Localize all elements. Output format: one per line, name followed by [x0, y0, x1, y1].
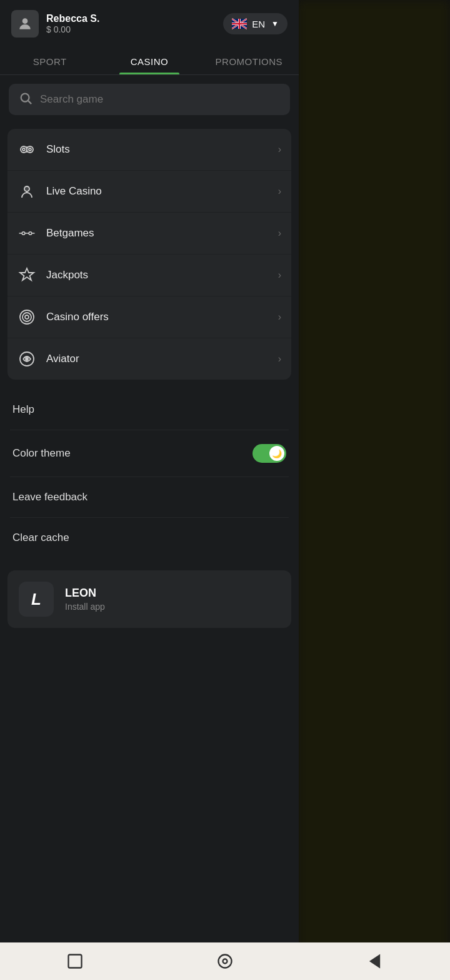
leave-feedback-label: Leave feedback: [12, 491, 88, 503]
aviator-chevron: ›: [278, 353, 281, 365]
menu-item-casino-offers[interactable]: Casino offers ›: [8, 296, 291, 338]
moon-icon: 🌙: [272, 449, 282, 458]
nav-home-button[interactable]: [212, 949, 238, 974]
svg-point-12: [22, 232, 25, 235]
bottom-nav-bar: [0, 942, 450, 980]
svg-rect-10: [24, 186, 29, 191]
balance: $ 0.00: [46, 24, 99, 34]
casino-offers-icon: [18, 308, 36, 326]
slots-icon: [18, 140, 36, 159]
install-app-banner[interactable]: L LEON Install app: [8, 570, 291, 628]
menu-item-aviator[interactable]: Aviator ›: [8, 338, 291, 380]
menu-item-slots[interactable]: Slots ›: [8, 129, 291, 171]
menu-section: Slots › Live Casino ›: [8, 129, 291, 380]
help-label: Help: [12, 403, 34, 416]
header: Rebecca S. $ 0.00 EN ▼: [0, 0, 299, 48]
app-name: LEON: [65, 587, 105, 600]
nav-back-button[interactable]: [362, 949, 388, 974]
tab-casino[interactable]: CASINO: [99, 48, 199, 74]
jackpots-icon: [18, 266, 36, 285]
search-input[interactable]: [40, 93, 280, 106]
jackpots-label: Jackpots: [46, 269, 88, 281]
svg-marker-16: [20, 268, 34, 280]
slots-chevron: ›: [278, 144, 281, 155]
svg-marker-25: [371, 956, 379, 967]
casino-offers-label: Casino offers: [46, 311, 109, 323]
clear-cache-item[interactable]: Clear cache: [10, 518, 289, 558]
search-container: [0, 75, 299, 124]
clear-cache-label: Clear cache: [12, 532, 69, 544]
search-icon: [19, 91, 32, 108]
color-theme-item[interactable]: Color theme 🌙: [10, 430, 289, 477]
svg-point-0: [22, 18, 28, 24]
language-selector[interactable]: EN ▼: [223, 13, 288, 34]
svg-point-2: [21, 94, 29, 102]
help-item[interactable]: Help: [10, 390, 289, 430]
live-casino-label: Live Casino: [46, 185, 102, 198]
menu-item-live-casino[interactable]: Live Casino ›: [8, 171, 291, 213]
leon-logo: L: [19, 582, 54, 617]
svg-point-21: [26, 358, 28, 360]
chevron-down-icon: ▼: [271, 19, 279, 28]
svg-rect-22: [69, 955, 82, 968]
svg-line-3: [28, 101, 31, 104]
search-box: [9, 84, 290, 115]
betgames-icon: [18, 224, 36, 243]
menu-item-betgames[interactable]: Betgames ›: [8, 213, 291, 255]
color-theme-toggle[interactable]: 🌙: [252, 444, 286, 463]
user-text: Rebecca S. $ 0.00: [46, 13, 99, 34]
tab-sport[interactable]: SPORT: [0, 48, 99, 74]
svg-point-18: [22, 313, 31, 321]
tab-promotions[interactable]: PROMOTIONS: [199, 48, 299, 74]
color-theme-label: Color theme: [12, 447, 71, 460]
avatar[interactable]: [11, 10, 39, 38]
jackpots-chevron: ›: [278, 270, 281, 281]
flag-icon: [232, 18, 247, 29]
svg-point-24: [223, 959, 228, 964]
utility-section: Help Color theme 🌙 Leave feedback Clear …: [0, 385, 299, 563]
nav-tabs: SPORT CASINO PROMOTIONS: [0, 48, 299, 75]
svg-point-5: [27, 146, 33, 153]
live-casino-chevron: ›: [278, 186, 281, 197]
leave-feedback-item[interactable]: Leave feedback: [10, 477, 289, 518]
slots-label: Slots: [46, 143, 70, 156]
leon-logo-icon: L: [31, 590, 41, 609]
username: Rebecca S.: [46, 13, 99, 24]
betgames-label: Betgames: [46, 227, 94, 240]
install-label: Install app: [65, 602, 105, 612]
svg-point-14: [29, 232, 32, 235]
aviator-icon: [18, 350, 36, 368]
user-info: Rebecca S. $ 0.00: [11, 10, 99, 38]
svg-point-4: [21, 146, 27, 153]
menu-item-jackpots[interactable]: Jackpots ›: [8, 255, 291, 296]
toggle-knob: 🌙: [269, 446, 284, 461]
install-text: LEON Install app: [65, 587, 105, 612]
svg-point-19: [25, 315, 29, 319]
aviator-label: Aviator: [46, 353, 79, 365]
lang-label: EN: [252, 19, 265, 29]
svg-point-6: [22, 148, 25, 151]
svg-point-23: [219, 955, 232, 968]
casino-offers-chevron: ›: [278, 311, 281, 323]
nav-square-button[interactable]: [62, 949, 88, 974]
betgames-chevron: ›: [278, 228, 281, 239]
live-casino-icon: [18, 182, 36, 201]
svg-point-7: [29, 148, 31, 151]
